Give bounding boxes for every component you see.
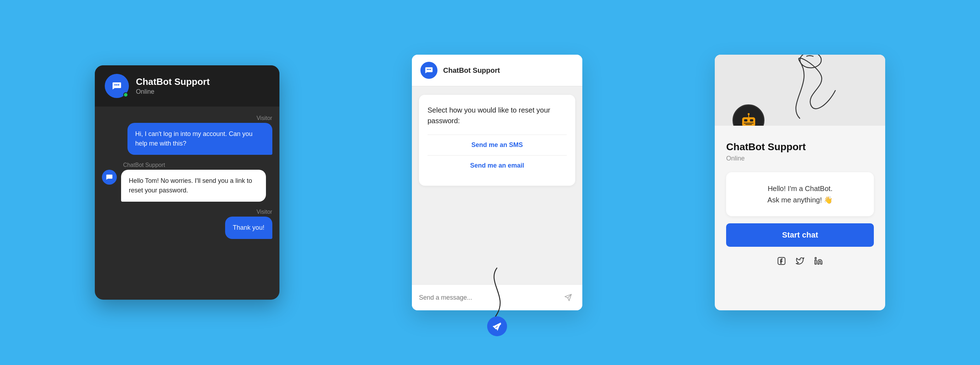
bot-sender-label: ChatBot Support [123, 162, 272, 168]
visitor-bubble-1: Hi, I can't log in into my account. Can … [127, 123, 272, 155]
welcome-body: ChatBot Support Online Hello! I'm a Chat… [715, 126, 885, 310]
bot-avatar-small [102, 170, 117, 185]
svg-rect-16 [815, 260, 816, 264]
svg-point-5 [430, 69, 431, 70]
visitor-label-2: Visitor [256, 209, 272, 215]
message-group-bot: ChatBot Support Hello Tom! No worries. I… [102, 162, 272, 202]
reset-question: Select how you would like to reset your … [428, 105, 567, 126]
bot-message-row: Hello Tom! No worries. I'll send you a l… [102, 170, 272, 202]
svg-point-7 [800, 55, 821, 68]
svg-point-0 [115, 84, 116, 86]
svg-point-1 [116, 84, 118, 86]
dark-header: ChatBot Support Online [95, 65, 280, 107]
options-card: Select how you would like to reset your … [419, 95, 575, 186]
welcome-bot-status: Online [726, 155, 874, 162]
welcome-panel: ChatBot Support Online Hello! I'm a Chat… [715, 55, 885, 310]
app-container: ChatBot Support Online Visitor Hi, I can… [0, 0, 980, 365]
greeting-card: Hello! I'm a ChatBot.Ask me anything! 👋 [726, 172, 874, 216]
message-input[interactable] [419, 294, 557, 301]
svg-rect-9 [744, 119, 747, 121]
greeting-text: Hello! I'm a ChatBot.Ask me anything! 👋 [735, 183, 865, 206]
visitor-label-1: Visitor [256, 115, 272, 121]
svg-point-3 [427, 69, 428, 70]
light-chat-wrapper: ChatBot Support Select how you would lik… [412, 55, 582, 310]
send-button[interactable] [561, 290, 575, 304]
twitter-icon[interactable] [796, 257, 804, 267]
message-group-visitor-2: Visitor Thank you! [102, 209, 272, 239]
social-links [726, 257, 874, 267]
header-info: ChatBot Support Online [136, 77, 210, 96]
light-header: ChatBot Support [412, 55, 582, 86]
chat-messages: Visitor Hi, I can't log in into my accou… [95, 107, 280, 300]
light-header-info: ChatBot Support [443, 66, 500, 75]
message-group-visitor-1: Visitor Hi, I can't log in into my accou… [102, 115, 272, 155]
bot-bubble: Hello Tom! No worries. I'll send you a l… [121, 170, 266, 202]
bot-avatar [105, 74, 129, 98]
linkedin-icon[interactable] [814, 257, 823, 267]
welcome-bot-name: ChatBot Support [726, 141, 874, 153]
svg-point-6 [487, 316, 507, 336]
light-chat-panel: ChatBot Support Select how you would lik… [412, 55, 582, 310]
online-indicator [123, 92, 128, 97]
svg-point-4 [428, 69, 429, 70]
svg-point-2 [118, 84, 119, 86]
email-option-button[interactable]: Send me an email [428, 155, 567, 176]
message-input-area [412, 284, 582, 310]
facebook-icon[interactable] [777, 257, 786, 267]
light-bot-name: ChatBot Support [443, 66, 500, 75]
svg-point-14 [748, 113, 750, 115]
sms-option-button[interactable]: Send me an SMS [428, 135, 567, 155]
light-content: Select how you would like to reset your … [412, 86, 582, 284]
bot-status: Online [136, 88, 210, 96]
visitor-bubble-2: Thank you! [225, 217, 272, 239]
start-chat-button[interactable]: Start chat [726, 223, 874, 247]
welcome-top-area [715, 55, 885, 126]
svg-point-17 [815, 257, 816, 259]
svg-rect-10 [750, 119, 753, 121]
light-bot-avatar [420, 62, 438, 79]
bot-name: ChatBot Support [136, 77, 210, 87]
dark-chat-panel: ChatBot Support Online Visitor Hi, I can… [95, 65, 280, 300]
